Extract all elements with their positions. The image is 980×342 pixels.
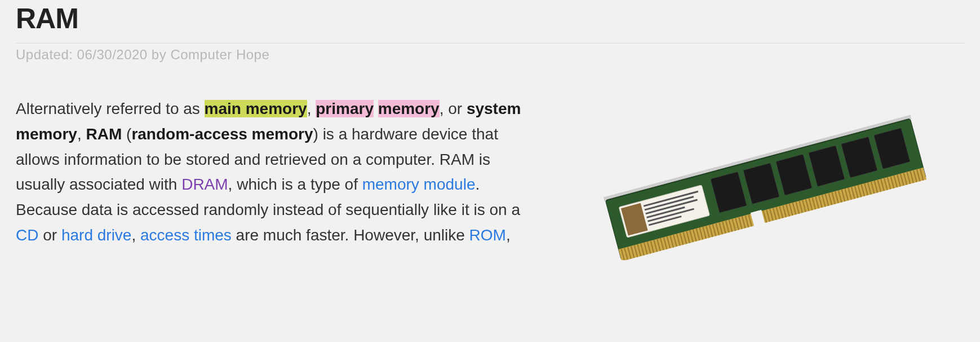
link-dram[interactable]: DRAM	[181, 176, 228, 193]
text-fragment: (	[122, 125, 131, 143]
page-meta: Updated: 06/30/2020 by Computer Hope	[16, 47, 964, 63]
ram-image	[583, 102, 944, 260]
text-fragment: ,	[506, 226, 511, 244]
text-fragment: ,	[131, 226, 140, 244]
highlight-primary-a: primary	[316, 100, 374, 117]
link-memory-module[interactable]: memory module	[362, 176, 476, 193]
bold-random-access-memory: random-access memory	[131, 125, 313, 143]
text-fragment: , or	[440, 100, 467, 117]
text-fragment: ,	[77, 125, 86, 143]
image-column	[562, 97, 964, 260]
text-fragment: are much faster. However, unlike	[232, 226, 469, 244]
text-fragment: , which is a type of	[228, 176, 362, 193]
text-fragment: ,	[307, 100, 316, 117]
link-cd[interactable]: CD	[16, 226, 38, 244]
page-title: RAM	[16, 0, 964, 43]
content-row: Alternatively referred to as main memory…	[16, 97, 964, 260]
highlight-primary-b: memory	[378, 100, 440, 117]
title-rule	[16, 43, 964, 43]
highlight-main-memory: main memory	[205, 100, 307, 117]
text-fragment: or	[38, 226, 61, 244]
paragraph-1: Alternatively referred to as main memory…	[16, 97, 540, 248]
link-hard-drive[interactable]: hard drive	[61, 226, 132, 244]
text-fragment: Alternatively referred to as	[16, 100, 205, 117]
bold-ram: RAM	[86, 125, 122, 143]
link-rom[interactable]: ROM	[469, 226, 506, 244]
link-access-times[interactable]: access times	[140, 226, 232, 244]
article-text: Alternatively referred to as main memory…	[16, 97, 540, 248]
